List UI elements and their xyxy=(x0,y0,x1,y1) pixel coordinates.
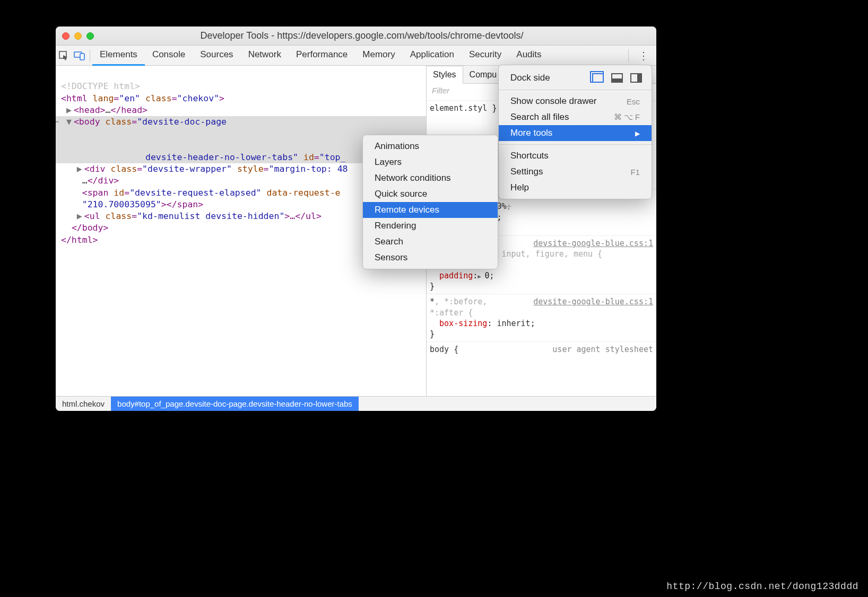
styles-tab-computed[interactable]: Compu xyxy=(463,66,504,83)
dock-bottom-icon[interactable] xyxy=(611,73,623,83)
inspect-element-icon[interactable] xyxy=(56,50,72,61)
dom-node-selected[interactable]: <body xyxy=(74,117,106,127)
submenu-animations[interactable]: Animations xyxy=(363,138,498,154)
devtools-window: Developer Tools - https://developers.goo… xyxy=(56,27,656,411)
device-toggle-icon[interactable] xyxy=(72,50,88,61)
tab-performance[interactable]: Performance xyxy=(289,45,355,66)
expand-collapse-icon[interactable]: ▼ xyxy=(66,116,74,128)
menu-show-console[interactable]: Show console drawerEsc xyxy=(499,93,652,109)
titlebar: Developer Tools - https://developers.goo… xyxy=(56,27,656,46)
stylesheet-link[interactable]: devsite-google-blue.css:1 xyxy=(533,238,656,249)
tab-application[interactable]: Application xyxy=(403,45,462,66)
breadcrumb-item[interactable]: html.chekov xyxy=(56,397,111,411)
menu-settings[interactable]: SettingsF1 xyxy=(499,164,652,180)
svg-rect-2 xyxy=(80,54,84,60)
toolbar-divider xyxy=(90,49,90,62)
tab-console[interactable]: Console xyxy=(145,45,193,66)
menu-shortcuts[interactable]: Shortcuts xyxy=(499,148,652,164)
traffic-lights xyxy=(62,32,94,40)
submenu-quick-source[interactable]: Quick source xyxy=(363,186,498,202)
user-agent-label: user agent stylesheet xyxy=(552,344,656,355)
toolbar-divider xyxy=(628,49,629,62)
dom-node[interactable]: <head> xyxy=(74,105,106,115)
submenu-network-conditions[interactable]: Network conditions xyxy=(363,170,498,186)
menu-more-tools[interactable]: More tools xyxy=(499,125,652,141)
breadcrumb: html.chekov body#top_of_page.devsite-doc… xyxy=(56,396,656,411)
dom-node[interactable]: <!DOCTYPE html> xyxy=(61,81,140,91)
dom-node[interactable]: </body> xyxy=(72,223,109,233)
breadcrumb-item-selected[interactable]: body#top_of_page.devsite-doc-page.devsit… xyxy=(111,397,359,411)
maximize-window-button[interactable] xyxy=(86,32,94,40)
dock-undock-icon[interactable] xyxy=(592,73,604,83)
tab-memory[interactable]: Memory xyxy=(355,45,402,66)
menu-search-files[interactable]: Search all files⌘ ⌥ F xyxy=(499,109,652,125)
dom-node[interactable]: <span xyxy=(82,188,114,198)
tab-network[interactable]: Network xyxy=(241,45,289,66)
submenu-search[interactable]: Search xyxy=(363,234,498,250)
devtools-toolbar: Elements Console Sources Network Perform… xyxy=(56,46,656,66)
main-menu: Dock side Show console drawerEsc Search … xyxy=(498,65,652,199)
expand-collapse-icon[interactable]: ▶ xyxy=(66,104,74,116)
dom-node[interactable]: <ul xyxy=(84,211,106,221)
tab-audits[interactable]: Audits xyxy=(509,45,549,66)
tab-sources[interactable]: Sources xyxy=(193,45,240,66)
more-tools-submenu: Animations Layers Network conditions Qui… xyxy=(362,135,498,269)
expand-collapse-icon[interactable]: ▶ xyxy=(77,163,84,175)
dom-node[interactable]: </html> xyxy=(61,235,98,245)
watermark: http://blog.csdn.net/dong123dddd xyxy=(666,581,858,592)
dock-right-icon[interactable] xyxy=(630,73,642,83)
panel-tabs: Elements Console Sources Network Perform… xyxy=(92,45,549,66)
styles-tab-styles[interactable]: Styles xyxy=(427,66,463,84)
expand-collapse-icon[interactable]: ▶ xyxy=(77,210,84,222)
submenu-layers[interactable]: Layers xyxy=(363,154,498,170)
stylesheet-link[interactable]: devsite-google-blue.css:1 xyxy=(533,296,656,307)
dom-node[interactable]: <html xyxy=(61,93,93,103)
submenu-rendering[interactable]: Rendering xyxy=(363,218,498,234)
window-title: Developer Tools - https://developers.goo… xyxy=(100,30,650,41)
minimize-window-button[interactable] xyxy=(74,32,82,40)
submenu-remote-devices[interactable]: Remote devices xyxy=(363,202,498,218)
dom-node[interactable]: <div xyxy=(84,164,111,174)
tab-elements[interactable]: Elements xyxy=(92,45,145,66)
tab-security[interactable]: Security xyxy=(462,45,509,66)
menu-help[interactable]: Help xyxy=(499,180,652,196)
submenu-sensors[interactable]: Sensors xyxy=(363,250,498,266)
more-options-icon[interactable]: ⋮ xyxy=(631,49,656,62)
dock-side-row: Dock side xyxy=(499,68,652,86)
close-window-button[interactable] xyxy=(62,32,70,40)
